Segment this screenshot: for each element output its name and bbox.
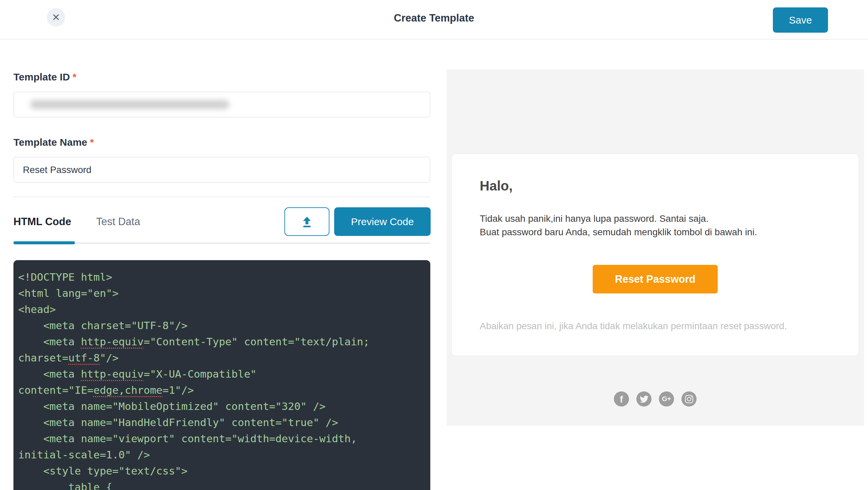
tab-html-code[interactable]: HTML Code — [13, 216, 71, 228]
facebook-icon[interactable]: f — [614, 392, 629, 407]
code-line: <!DOCTYPE html> — [18, 269, 423, 285]
required-asterisk: * — [90, 137, 94, 148]
save-button[interactable]: Save — [773, 7, 828, 33]
preview-reset-password-button[interactable]: Reset Password — [593, 265, 718, 293]
code-line: <style type="text/css"> — [18, 463, 423, 479]
email-preview-card: Halo, Tidak usah panik,ini hanya lupa pa… — [452, 154, 859, 355]
google-plus-glyph: G+ — [662, 395, 671, 403]
code-line: <meta name="viewport" content="width=dev… — [18, 430, 423, 446]
section-divider — [13, 197, 430, 197]
template-id-input[interactable] — [13, 91, 430, 117]
social-icons-row: fG+ — [446, 392, 864, 407]
template-name-label-text: Template Name — [13, 137, 87, 148]
upload-button[interactable] — [284, 207, 330, 236]
code-line: <meta http-equiv="X-UA-Compatible" — [18, 366, 423, 382]
preview-body-line: Tidak usah panik,ini hanya lupa password… — [480, 212, 757, 226]
upload-icon — [300, 215, 314, 229]
code-line: <html lang="en"> — [18, 285, 423, 301]
tab-test-data[interactable]: Test Data — [96, 216, 140, 228]
preview-body-line: Buat password baru Anda, semudah mengkli… — [480, 226, 757, 239]
instagram-icon[interactable] — [681, 392, 696, 407]
google-plus-icon[interactable]: G+ — [659, 392, 674, 407]
template-name-input[interactable] — [13, 157, 430, 183]
page-title: Create Template — [0, 12, 868, 24]
instagram-glyph — [684, 395, 694, 404]
template-id-label-text: Template ID — [13, 71, 70, 82]
template-name-label: Template Name* — [13, 137, 94, 148]
code-line: <meta http-equiv="Content-Type" content=… — [18, 334, 423, 350]
active-tab-underline — [13, 241, 75, 244]
code-line: table { — [18, 479, 423, 490]
tab-track-line — [13, 243, 430, 244]
twitter-glyph — [640, 395, 649, 404]
email-preview-panel: Halo, Tidak usah panik,ini hanya lupa pa… — [446, 69, 864, 426]
code-line: content="IE=edge,chrome=1"/> — [18, 382, 423, 398]
code-line: initial-scale=1.0" /> — [18, 446, 423, 463]
code-line: <meta charset="UTF-8"/> — [18, 317, 423, 334]
template-id-label: Template ID* — [13, 71, 76, 83]
code-line: <meta name="MobileOptimized" content="32… — [18, 398, 423, 414]
preview-code-button[interactable]: Preview Code — [334, 207, 431, 236]
code-line: charset=utf-8"/> — [18, 350, 423, 366]
header: ✕ Create Template Save — [0, 0, 868, 40]
code-line: <meta name="HandHeldFriendly" content="t… — [18, 414, 423, 430]
preview-disclaimer-text: Abaikan pesan ini, jika Anda tidak melak… — [480, 321, 787, 332]
preview-body-text: Tidak usah panik,ini hanya lupa password… — [480, 212, 757, 239]
html-code-editor[interactable]: <!DOCTYPE html><html lang="en"><head> <m… — [13, 260, 430, 490]
twitter-icon[interactable] — [637, 392, 651, 407]
preview-greeting: Halo, — [480, 178, 513, 194]
required-asterisk: * — [72, 71, 76, 82]
facebook-glyph: f — [620, 394, 623, 405]
code-line: <head> — [18, 301, 423, 317]
